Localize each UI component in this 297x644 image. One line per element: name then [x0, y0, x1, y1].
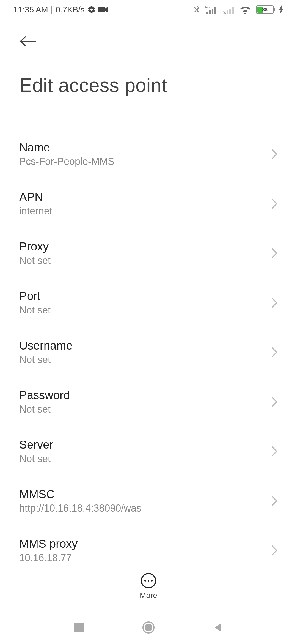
svg-rect-4 — [212, 9, 213, 14]
svg-rect-3 — [209, 10, 211, 14]
svg-rect-10 — [74, 623, 84, 632]
setting-mms-proxy[interactable]: MMS proxy 10.16.18.77 — [19, 526, 278, 575]
camera-icon — [98, 6, 108, 13]
setting-apn[interactable]: APN internet — [19, 179, 278, 228]
setting-label: Port — [19, 290, 51, 303]
signal-4g-icon: 4G — [205, 5, 217, 14]
status-left: 11:35 AM | 0.7KB/s — [13, 5, 108, 14]
setting-label: Server — [19, 438, 53, 451]
arrow-left-icon — [19, 36, 36, 47]
more-dots-icon — [144, 580, 153, 582]
svg-rect-2 — [206, 12, 208, 14]
settings-list[interactable]: Name Pcs-For-People-MMS APN internet Pro… — [0, 129, 297, 644]
chevron-right-icon — [272, 149, 278, 159]
svg-rect-5 — [215, 7, 216, 14]
setting-label: Password — [19, 389, 70, 402]
setting-value: Not set — [19, 453, 53, 465]
charging-bolt-icon — [279, 5, 284, 14]
setting-value: http://10.16.18.4:38090/was — [19, 503, 141, 514]
back-button[interactable] — [19, 33, 36, 50]
setting-label: APN — [19, 190, 52, 204]
circle-icon — [142, 621, 155, 634]
wifi-icon — [240, 5, 251, 14]
setting-value: Not set — [19, 304, 51, 316]
status-bar: 11:35 AM | 0.7KB/s 4G 38 — [0, 0, 297, 19]
setting-value: Not set — [19, 403, 70, 415]
setting-label: Name — [19, 141, 114, 154]
setting-value: Pcs-For-People-MMS — [19, 156, 114, 167]
chevron-right-icon — [272, 298, 278, 308]
battery-percent: 38 — [257, 6, 273, 13]
gear-icon — [87, 6, 96, 14]
setting-proxy[interactable]: Proxy Not set — [19, 228, 278, 278]
nav-recent-button[interactable] — [72, 621, 86, 634]
bluetooth-icon — [194, 5, 200, 14]
setting-username[interactable]: Username Not set — [19, 328, 278, 377]
chevron-right-icon — [272, 397, 278, 407]
svg-rect-7 — [227, 10, 228, 14]
chevron-right-icon — [272, 496, 278, 506]
status-time: 11:35 AM — [13, 5, 48, 14]
setting-mmsc[interactable]: MMSC http://10.16.18.4:38090/was — [19, 476, 278, 526]
setting-value: Not set — [19, 255, 51, 266]
header: Edit access point — [0, 19, 297, 99]
status-data-speed: 0.7KB/s — [56, 5, 85, 14]
triangle-left-icon — [213, 623, 223, 632]
battery-icon: 38 — [256, 5, 274, 14]
status-right: 4G 38 — [194, 5, 284, 14]
svg-point-12 — [145, 624, 152, 631]
setting-value: internet — [19, 205, 52, 217]
setting-label: MMS proxy — [19, 537, 78, 550]
svg-rect-0 — [98, 7, 105, 12]
more-button[interactable] — [141, 573, 156, 588]
setting-label: Proxy — [19, 240, 51, 253]
setting-name[interactable]: Name Pcs-For-People-MMS — [19, 129, 278, 179]
chevron-right-icon — [272, 446, 278, 456]
status-separator: | — [51, 5, 53, 14]
setting-label: MMSC — [19, 488, 141, 501]
divider — [19, 610, 278, 610]
nav-back-button[interactable] — [211, 621, 225, 634]
more-label: More — [140, 591, 157, 600]
chevron-right-icon — [272, 545, 278, 555]
svg-rect-9 — [232, 7, 234, 14]
setting-label: Username — [19, 339, 73, 352]
svg-rect-8 — [229, 9, 231, 14]
navigation-bar — [0, 611, 297, 644]
setting-password[interactable]: Password Not set — [19, 377, 278, 427]
setting-port[interactable]: Port Not set — [19, 278, 278, 328]
square-icon — [74, 623, 84, 632]
setting-server[interactable]: Server Not set — [19, 427, 278, 476]
chevron-right-icon — [272, 347, 278, 357]
chevron-right-icon — [272, 199, 278, 209]
svg-text:4G: 4G — [205, 5, 210, 9]
setting-value: Not set — [19, 354, 73, 365]
signal-nosim-icon — [222, 5, 235, 14]
chevron-right-icon — [272, 248, 278, 258]
bottom-action: More — [0, 573, 297, 600]
nav-home-button[interactable] — [142, 621, 155, 634]
page-title: Edit access point — [19, 74, 278, 96]
setting-value: 10.16.18.77 — [19, 552, 78, 564]
